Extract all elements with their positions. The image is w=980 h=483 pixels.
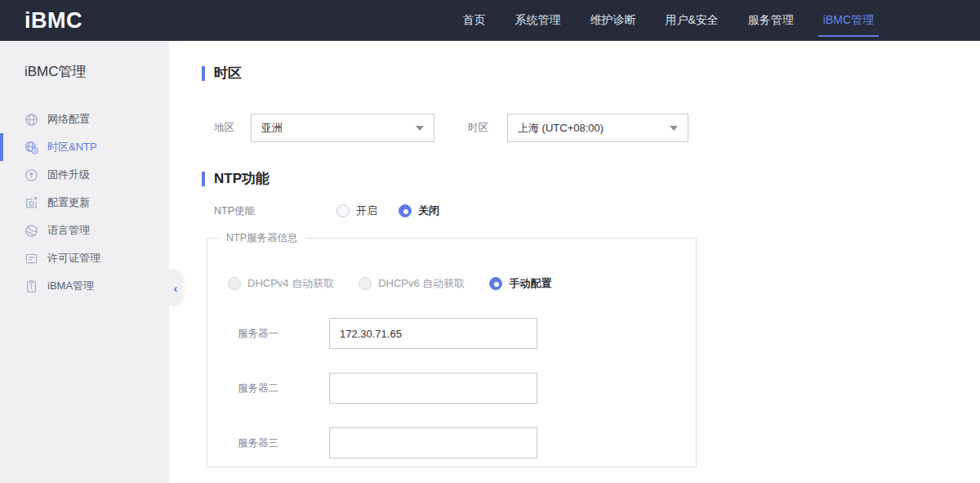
nav-item-user-security[interactable]: 用户&安全 — [665, 0, 718, 41]
timezone-select[interactable]: 上海 (UTC+08:00) — [507, 114, 688, 142]
chevron-left-icon: ‹ — [174, 282, 178, 294]
nav-item-ibmc-management[interactable]: iBMC管理 — [823, 0, 874, 41]
ntp-enable-off-option[interactable]: 关闭 — [399, 203, 439, 218]
server-one-input[interactable] — [329, 318, 537, 349]
server-three-row: 服务器三 — [228, 427, 696, 458]
sidebar-item-label: 时区&NTP — [47, 140, 97, 154]
dropdown-caret-icon — [416, 126, 424, 131]
radio-label: DHCPv6 自动获取 — [378, 276, 465, 291]
nav-item-system[interactable]: 系统管理 — [514, 0, 560, 41]
server-one-label: 服务器一 — [238, 327, 329, 341]
radio-label: 关闭 — [418, 203, 439, 218]
sidebar-item-language[interactable]: 语言管理 — [0, 217, 169, 244]
sidebar-title: iBMC管理 — [0, 41, 169, 81]
server-two-row: 服务器二 — [228, 373, 696, 404]
sidebar: iBMC管理 网络配置 时区&NTP — [0, 41, 169, 483]
sidebar-item-config-update[interactable]: 配置更新 — [0, 189, 169, 217]
language-icon — [24, 224, 38, 238]
radio-disabled-icon — [228, 277, 241, 290]
ntp-section-title: NTP功能 — [202, 169, 980, 188]
ntp-server-info-group: NTP服务器信息 DHCPv4 自动获取 DHCPv6 自动获取 手动配置 服务… — [207, 238, 697, 467]
ibmc-logo: iBMC — [24, 8, 82, 34]
radio-checked-icon — [399, 204, 412, 217]
radio-label: 手动配置 — [509, 276, 551, 291]
region-select[interactable]: 亚洲 — [251, 114, 434, 142]
server-two-label: 服务器二 — [238, 382, 329, 396]
sidebar-item-label: iBMA管理 — [47, 279, 94, 293]
ntp-mode-radio-group: DHCPv4 自动获取 DHCPv6 自动获取 手动配置 — [228, 276, 696, 291]
ntp-enable-row: NTP使能 开启 关闭 — [202, 203, 980, 218]
server-three-input[interactable] — [329, 427, 537, 458]
sidebar-collapse-button[interactable]: ‹ — [169, 270, 182, 306]
sidebar-menu: 网络配置 时区&NTP 固件升级 — [0, 105, 169, 300]
clipboard-icon — [24, 280, 38, 293]
timezone-label: 时区 — [468, 121, 507, 135]
radio-unchecked-icon — [336, 204, 350, 217]
sidebar-item-timezone-ntp[interactable]: 时区&NTP — [0, 133, 169, 161]
ntp-enable-radio-group: 开启 关闭 — [336, 203, 439, 218]
radio-label: 开启 — [356, 203, 377, 218]
radio-label: DHCPv4 自动获取 — [247, 276, 334, 291]
top-nav: 首页 系统管理 维护诊断 用户&安全 服务管理 iBMC管理 — [462, 0, 874, 41]
section-title-text: NTP功能 — [214, 169, 270, 188]
nav-item-services[interactable]: 服务管理 — [748, 0, 794, 41]
timezone-selected-value: 上海 (UTC+08:00) — [518, 121, 604, 136]
server-three-label: 服务器三 — [238, 436, 329, 450]
dropdown-caret-icon — [670, 126, 678, 131]
sidebar-item-license[interactable]: 许可证管理 — [0, 244, 169, 272]
sidebar-item-network-config[interactable]: 网络配置 — [0, 105, 169, 133]
title-accent-bar — [202, 172, 205, 186]
sidebar-item-label: 固件升级 — [47, 168, 90, 182]
manual-config-option[interactable]: 手动配置 — [489, 276, 551, 291]
sidebar-item-ibma[interactable]: iBMA管理 — [0, 272, 169, 300]
region-label: 地区 — [214, 121, 251, 135]
dhcpv6-auto-option[interactable]: DHCPv6 自动获取 — [359, 276, 465, 291]
sidebar-item-label: 配置更新 — [47, 195, 90, 210]
globe-icon — [24, 113, 38, 127]
main-content: 时区 地区 亚洲 时区 上海 (UTC+08:00) NTP功能 NTP使能 — [169, 41, 980, 483]
timezone-section-title: 时区 — [202, 64, 980, 83]
radio-disabled-icon — [359, 277, 372, 290]
server-two-input[interactable] — [329, 373, 537, 404]
nav-item-home[interactable]: 首页 — [462, 0, 485, 41]
timezone-form-row: 地区 亚洲 时区 上海 (UTC+08:00) — [202, 114, 980, 142]
title-accent-bar — [202, 66, 205, 81]
license-icon — [24, 252, 38, 266]
sidebar-item-firmware-upgrade[interactable]: 固件升级 — [0, 161, 169, 189]
sidebar-item-label: 许可证管理 — [47, 251, 100, 266]
dhcpv4-auto-option[interactable]: DHCPv4 自动获取 — [228, 276, 334, 291]
sidebar-item-label: 语言管理 — [47, 223, 90, 238]
ntp-enable-on-option[interactable]: 开启 — [336, 203, 377, 218]
radio-checked-icon — [489, 277, 502, 290]
section-title-text: 时区 — [214, 64, 242, 83]
upgrade-circle-icon — [24, 168, 38, 182]
top-header: iBMC 首页 系统管理 维护诊断 用户&安全 服务管理 iBMC管理 — [0, 0, 980, 41]
sidebar-item-label: 网络配置 — [47, 112, 90, 127]
server-one-row: 服务器一 — [228, 318, 696, 349]
ntp-server-info-legend: NTP服务器信息 — [219, 231, 305, 245]
region-selected-value: 亚洲 — [261, 121, 283, 136]
ntp-enable-label: NTP使能 — [214, 204, 336, 218]
globe-clock-icon — [24, 141, 38, 154]
config-update-icon — [24, 196, 38, 210]
nav-item-maintenance[interactable]: 维护诊断 — [590, 0, 635, 41]
